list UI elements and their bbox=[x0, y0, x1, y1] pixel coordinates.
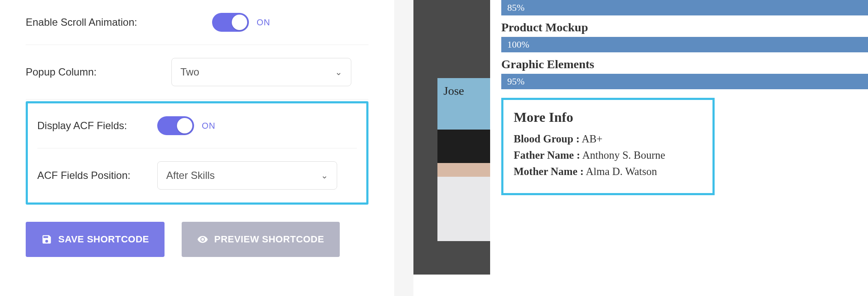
info-blood-group: Blood Group : AB+ bbox=[514, 133, 702, 145]
enable-scroll-toggle[interactable] bbox=[212, 13, 249, 32]
skill-bar-row: Product Mockup 100% bbox=[501, 21, 868, 52]
preview-content: 85% Product Mockup 100% Graphic Elements… bbox=[490, 0, 868, 296]
eye-icon bbox=[197, 234, 208, 245]
save-shortcode-button[interactable]: SAVE SHORTCODE bbox=[26, 222, 165, 257]
info-father-name: Father Name : Anthony S. Bourne bbox=[514, 149, 702, 161]
acf-highlight-box: Display ACF Fields: ON ACF Fields Positi… bbox=[26, 101, 368, 205]
info-value: Anthony S. Bourne bbox=[582, 149, 665, 161]
skill-bar: 85% bbox=[501, 0, 868, 15]
acf-position-label: ACF Fields Position: bbox=[37, 169, 157, 181]
skill-bar-row: 85% bbox=[501, 0, 868, 15]
member-photo-placeholder bbox=[437, 130, 490, 241]
member-name-partial: Jose bbox=[437, 78, 490, 98]
preview-shortcode-button[interactable]: PREVIEW SHORTCODE bbox=[182, 222, 340, 257]
skill-bar: 100% bbox=[501, 37, 868, 52]
info-value: Alma D. Watson bbox=[586, 166, 657, 177]
row-enable-scroll: Enable Scroll Animation: ON bbox=[26, 0, 368, 45]
display-acf-label: Display ACF Fields: bbox=[37, 120, 157, 132]
display-acf-toggle[interactable] bbox=[157, 116, 194, 135]
info-label: Blood Group : bbox=[514, 133, 580, 145]
skill-bar-row: Graphic Elements 95% bbox=[501, 57, 868, 89]
button-row: SAVE SHORTCODE PREVIEW SHORTCODE bbox=[26, 222, 368, 257]
save-label: SAVE SHORTCODE bbox=[58, 234, 149, 245]
save-icon bbox=[41, 234, 52, 245]
preview-label: PREVIEW SHORTCODE bbox=[214, 234, 324, 245]
info-value: AB+ bbox=[582, 133, 603, 145]
skill-title: Graphic Elements bbox=[501, 57, 868, 71]
settings-panel: Enable Scroll Animation: ON Popup Column… bbox=[0, 0, 394, 296]
info-label: Father Name : bbox=[514, 149, 580, 161]
skill-title: Product Mockup bbox=[501, 21, 868, 34]
more-info-title: More Info bbox=[514, 109, 702, 125]
enable-scroll-label: Enable Scroll Animation: bbox=[26, 16, 171, 28]
toggle-knob bbox=[232, 15, 247, 30]
preview-panel: Jose 85% Product Mockup 100% Graphic Ele… bbox=[413, 0, 868, 296]
chevron-down-icon: ⌄ bbox=[321, 170, 328, 181]
toggle-knob bbox=[177, 118, 192, 133]
display-acf-state: ON bbox=[202, 121, 216, 131]
popup-column-value: Two bbox=[180, 66, 199, 78]
row-acf-position: ACF Fields Position: After Skills ⌄ bbox=[37, 148, 357, 202]
popup-column-select[interactable]: Two ⌄ bbox=[171, 58, 351, 86]
acf-position-value: After Skills bbox=[166, 169, 215, 181]
enable-scroll-state: ON bbox=[257, 18, 270, 27]
info-mother-name: Mother Name : Alma D. Watson bbox=[514, 166, 702, 178]
chevron-down-icon: ⌄ bbox=[335, 67, 342, 77]
skill-bar: 95% bbox=[501, 74, 868, 89]
row-display-acf: Display ACF Fields: ON bbox=[37, 103, 357, 148]
info-label: Mother Name : bbox=[514, 166, 584, 177]
acf-position-select[interactable]: After Skills ⌄ bbox=[157, 161, 337, 190]
popup-column-label: Popup Column: bbox=[26, 66, 171, 78]
row-popup-column: Popup Column: Two ⌄ bbox=[26, 45, 368, 100]
more-info-highlight-box: More Info Blood Group : AB+ Father Name … bbox=[501, 98, 715, 195]
member-tile: Jose bbox=[437, 78, 490, 130]
